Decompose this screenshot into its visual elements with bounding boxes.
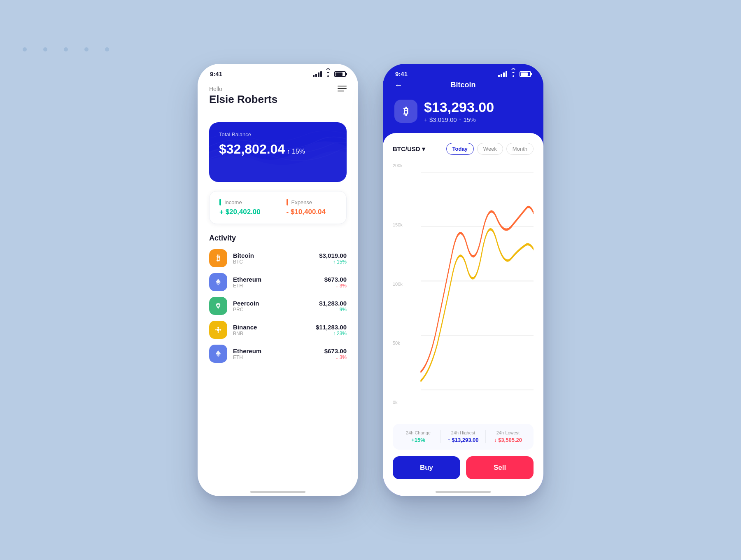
header-row: Hello Elsie Roberts [209, 86, 347, 114]
binance-icon [209, 321, 227, 339]
home-indicator-2 [436, 491, 491, 493]
balance-label: Total Balance [219, 131, 337, 138]
btc-detail-row: ₿ $13,293.00 + $3,019.00 ↑ 15% [394, 99, 532, 123]
tab-month[interactable]: Month [506, 143, 534, 155]
chart-svg [393, 163, 534, 417]
phone-dashboard: 9:41 Hello Elsie Robert [198, 64, 358, 496]
action-buttons: Buy Sell [393, 456, 534, 486]
ethereum-values: $673.00 ↓ 3% [324, 276, 347, 289]
wifi-icon-2 [510, 71, 517, 77]
chart-panel: BTC/USD ▾ Today Week Month 200k 150k 100… [383, 133, 543, 496]
phones-container: 9:41 Hello Elsie Robert [198, 64, 543, 496]
battery-icon-1 [334, 71, 346, 77]
activity-list: ₿ Bitcoin BTC $3,019.00 ↑ 15% [209, 249, 347, 363]
status-bar-2: 9:41 [383, 64, 543, 81]
stat-change-label: 24h Change [399, 430, 437, 435]
btc-large-icon: ₿ [394, 100, 417, 123]
income-label-row: Income [219, 199, 270, 205]
battery-icon-2 [520, 71, 531, 77]
greeting-label: Hello [209, 86, 277, 92]
ethereum2-info: Ethereum ETH [233, 348, 319, 360]
chart-pair-label: BTC/USD ▾ [393, 145, 425, 153]
svg-point-1 [43, 47, 47, 51]
balance-amount: $32,802.04 ↑ 15% [219, 142, 337, 157]
page-title: Bitcoin [451, 81, 476, 89]
binance-values: $11,283.00 ↑ 23% [316, 324, 347, 336]
sell-button[interactable]: Sell [466, 456, 534, 479]
svg-marker-74 [216, 279, 221, 283]
svg-marker-82 [216, 350, 221, 355]
divider [278, 199, 278, 216]
stat-lowest-value: ↓ $3,505.20 [489, 437, 527, 443]
stat-divider-1 [440, 430, 441, 443]
peercoin-icon [209, 297, 227, 315]
expense-item: Expense - $10,400.04 [287, 199, 337, 216]
stat-divider-2 [485, 430, 486, 443]
tab-week[interactable]: Week [477, 143, 503, 155]
home-indicator-1 [250, 491, 305, 493]
chevron-down-icon: ▾ [422, 145, 425, 153]
expense-value: - $10,400.04 [287, 208, 337, 216]
greeting-block: Hello Elsie Roberts [209, 86, 277, 114]
svg-point-4 [105, 47, 109, 51]
btc-price-main: $13,293.00 [424, 99, 494, 115]
activity-title: Activity [209, 234, 347, 243]
inc-exp-card: Income + $20,402.00 Expense - $10,400.04 [209, 191, 347, 224]
back-button[interactable]: ← [394, 80, 403, 90]
svg-point-0 [23, 47, 27, 51]
income-item: Income + $20,402.00 [219, 199, 270, 216]
svg-point-2 [64, 47, 68, 51]
income-indicator [219, 199, 221, 205]
list-item[interactable]: Ethereum ETH $673.00 ↓ 3% [209, 345, 347, 363]
list-item[interactable]: ₿ Bitcoin BTC $3,019.00 ↑ 15% [209, 249, 347, 267]
signal-icon-2 [498, 71, 507, 77]
stat-change: 24h Change +15% [399, 430, 437, 443]
stat-change-value: +15% [399, 437, 437, 443]
status-time-1: 9:41 [210, 70, 222, 77]
status-bar-1: 9:41 [198, 64, 358, 81]
phone-bitcoin-detail: 9:41 ← Bitcoin [383, 64, 543, 496]
svg-point-76 [217, 305, 219, 307]
list-item[interactable]: Ethereum ETH $673.00 ↓ 3% [209, 273, 347, 291]
bitcoin-icon: ₿ [209, 249, 227, 267]
expense-indicator [287, 199, 288, 205]
stat-highest-value: ↑ $13,293.00 [444, 437, 482, 443]
stat-lowest: 24h Lowest ↓ $3,505.20 [489, 430, 527, 443]
stat-lowest-label: 24h Lowest [489, 430, 527, 435]
chart-area: 200k 150k 100k 50k 0k [393, 163, 534, 417]
bitcoin-header: ← Bitcoin ₿ $13,293.00 + $3,019.00 ↑ 15% [383, 81, 543, 133]
wifi-icon-1 [324, 71, 332, 77]
stat-highest-label: 24h Highest [444, 430, 482, 435]
chart-controls: BTC/USD ▾ Today Week Month [393, 143, 534, 155]
stats-row: 24h Change +15% 24h Highest ↑ $13,293.00… [393, 424, 534, 450]
balance-card: Total Balance $32,802.04 ↑ 15% [209, 122, 347, 182]
peercoin-values: $1,283.00 ↑ 9% [319, 300, 347, 313]
list-item[interactable]: Binance BNB $11,283.00 ↑ 23% [209, 321, 347, 339]
btc-price-info: $13,293.00 + $3,019.00 ↑ 15% [424, 99, 494, 123]
ethereum2-values: $673.00 ↓ 3% [324, 348, 347, 360]
status-time-2: 9:41 [395, 70, 408, 77]
tab-today[interactable]: Today [446, 143, 474, 155]
list-item[interactable]: Peercoin PRC $1,283.00 ↑ 9% [209, 297, 347, 315]
bitcoin-values: $3,019.00 ↑ 15% [319, 252, 347, 265]
peercoin-info: Peercoin PRC [233, 300, 313, 313]
binance-info: Binance BNB [233, 324, 310, 336]
menu-button[interactable] [338, 86, 347, 91]
expense-label-row: Expense [287, 199, 337, 205]
status-icons-2 [498, 71, 531, 77]
income-value: + $20,402.00 [219, 208, 270, 216]
stat-highest: 24h Highest ↑ $13,293.00 [444, 430, 482, 443]
status-icons-1 [313, 71, 346, 77]
ethereum2-icon [209, 345, 227, 363]
back-title-row: ← Bitcoin [394, 81, 532, 89]
svg-point-3 [84, 47, 89, 51]
user-name: Elsie Roberts [209, 93, 277, 106]
ethereum-icon [209, 273, 227, 291]
signal-icon-1 [313, 71, 322, 77]
svg-rect-81 [217, 328, 220, 331]
y-axis-labels: 200k 150k 100k 50k 0k [393, 163, 403, 405]
btc-price-sub: + $3,019.00 ↑ 15% [424, 116, 494, 123]
buy-button[interactable]: Buy [393, 456, 460, 479]
time-tabs: Today Week Month [446, 143, 534, 155]
phone1-content: Hello Elsie Roberts Total Balance [198, 81, 358, 486]
